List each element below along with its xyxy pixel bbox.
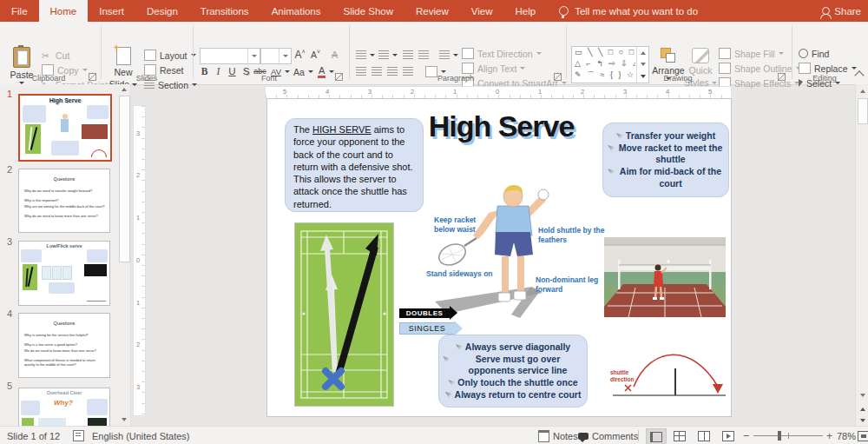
thumbnail-slide-3[interactable]: Low/Flick serve [18,241,110,306]
tab-animations[interactable]: Animations [260,0,332,22]
tab-insert[interactable]: Insert [88,0,135,22]
zoom-in-button[interactable]: + [826,427,832,444]
drawing-dialog-launcher[interactable] [778,73,786,81]
change-case-caret-icon [308,70,313,73]
annotation-stand-sideways[interactable]: Stand sideways on [426,269,523,279]
previous-slide-button[interactable] [857,404,868,414]
font-dialog-launcher[interactable] [335,73,343,81]
rules-text-box[interactable]: Always serve diagonally Serve must go ov… [438,335,588,408]
line-spacing-caret-icon [453,54,458,56]
layout-button[interactable]: Layout [144,49,196,62]
thumb-scrollbar[interactable] [119,96,130,262]
scroll-down-button[interactable] [857,390,868,401]
shape-fill-icon [719,48,731,59]
thumbnail-slide-1[interactable]: High Serve [18,94,112,162]
badminton-court-photo[interactable] [604,237,726,317]
tab-home[interactable]: Home [39,0,89,22]
shapes-row-2[interactable]: △ ⌐ ↰ ⇨ ⇩ ▱ [572,58,635,70]
slides-group-label: Slides [101,74,193,83]
zoom-level[interactable]: 78% [837,427,856,444]
shuttle-direction-diagram[interactable]: shuttle direction [608,343,731,404]
doubles-arrowhead-icon [450,306,457,320]
line-spacing-icon [439,50,450,60]
tell-me-box[interactable]: Tell me what you want to do [559,0,698,22]
clipboard-dialog-launcher[interactable] [89,73,96,81]
thumbnail-slide-5[interactable]: Overhead Clear Why? [18,388,110,427]
zoom-out-button[interactable]: − [743,427,750,444]
bullets-button[interactable] [356,49,375,62]
vertical-scrollbar [855,84,868,426]
spell-check-button[interactable] [73,427,84,444]
shrink-font-button[interactable]: A˅ [309,48,322,62]
slide-canvas[interactable]: The HIGH SERVE aims to force your oppone… [266,98,732,417]
shapes-scroll-down-icon[interactable] [641,63,646,66]
numbering-button[interactable] [378,49,398,62]
slide-title[interactable]: High Serve [417,109,586,143]
tab-transitions[interactable]: Transitions [189,0,260,22]
font-size-caret-icon [279,49,291,63]
tab-review[interactable]: Review [404,0,460,22]
line-spacing-button[interactable] [439,49,458,62]
bullets-caret-icon [370,54,375,56]
shapes-row-1[interactable]: ▭ ╲ ╲ □ ○ □ [572,47,635,58]
comments-button[interactable]: Comments [578,427,638,444]
font-name-combo[interactable] [200,48,260,64]
bullets-icon [356,50,366,60]
next-slide-button[interactable] [857,415,868,426]
zoom-slider-thumb[interactable] [778,431,781,441]
reading-view-button[interactable] [694,428,713,443]
paragraph-dialog-launcher[interactable] [554,73,562,81]
annotation-non-dominant[interactable]: Non-dominant leg forward [536,275,607,295]
cut-icon [42,50,52,60]
zoom-slider[interactable] [753,427,823,444]
diagram-label-line2: direction [610,376,634,382]
serving-player-image[interactable] [428,183,580,321]
annotation-hold-shuttle[interactable]: Hold shuttle by the feathers [538,226,611,245]
decrease-indent-button[interactable] [403,49,413,62]
drawing-group-label: Drawing [566,74,790,83]
normal-view-button[interactable] [646,428,667,444]
share-button[interactable]: Share [822,0,861,22]
tab-slide-show[interactable]: Slide Show [332,0,405,22]
new-slide-button[interactable]: New Slide [108,47,139,89]
thumbnail-slide-2[interactable]: Questions Why do we need to transfer wei… [18,169,110,233]
tab-file[interactable]: File [0,0,39,22]
grow-font-button[interactable]: A˄ [293,48,306,62]
tips-text-box[interactable]: Transfer your weight Move racket to meet… [602,123,729,197]
annotation-keep-racket[interactable]: Keep racket below waist [434,215,488,235]
find-button[interactable]: Find [799,47,829,60]
thumb-scroll-down-button[interactable] [118,414,129,425]
cut-button[interactable]: Cut [42,49,69,62]
thumb-number-4: 4 [0,308,12,319]
slide-show-button[interactable] [719,428,738,443]
shuttle-bullet-icon [445,392,452,399]
reading-view-icon [698,431,710,441]
font-size-combo[interactable] [260,48,292,64]
shape-fill-button[interactable]: Shape Fill [719,47,784,60]
doubles-arrow[interactable]: DOUBLES [399,306,457,320]
text-direction-button[interactable]: Text Direction [462,47,542,60]
language-button[interactable]: English (United States) [92,427,190,444]
tab-design[interactable]: Design [135,0,189,22]
tab-help[interactable]: Help [504,0,548,22]
slide-sorter-button[interactable] [670,428,689,443]
scroll-up-button[interactable] [857,86,868,96]
intro-text-box[interactable]: The HIGH SERVE aims to force your oppone… [285,118,424,212]
tab-view[interactable]: View [460,0,504,22]
fit-to-window-button[interactable] [858,427,868,444]
clear-formatting-button[interactable]: A [328,48,341,62]
notes-button[interactable]: Notes [538,427,578,444]
shapes-scroll-up-icon[interactable] [641,51,646,55]
scrollbar-thumb[interactable] [858,98,868,124]
shape-outline-button[interactable]: Shape Outline [719,62,801,75]
slide-indicator[interactable]: Slide 1 of 12 [7,427,60,444]
shuttle-bullet-icon [608,169,615,176]
replace-button[interactable]: Replace [799,62,857,75]
thumbnail-slide-4[interactable]: Questions Why is aiming for the service … [18,313,110,378]
increase-indent-button[interactable] [418,49,429,62]
thumb-scroll-up-button[interactable] [118,84,129,95]
court-diagram-image[interactable] [294,222,394,407]
font-name-caret-icon [247,49,260,63]
align-text-button[interactable]: Align Text [462,62,525,75]
align-text-caret-icon [520,67,525,70]
